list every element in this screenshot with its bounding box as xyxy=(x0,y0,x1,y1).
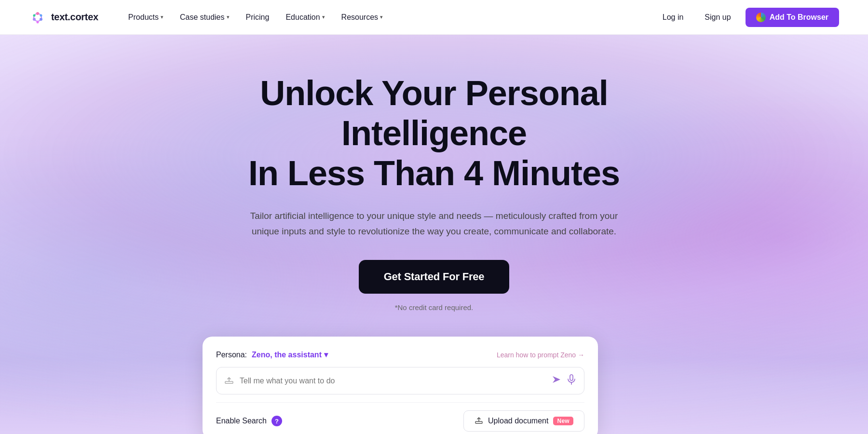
chevron-down-icon: ▾ xyxy=(227,14,230,20)
learn-prompt-link[interactable]: Learn how to prompt Zeno → xyxy=(497,351,584,359)
no-cc-text: *No credit card required. xyxy=(203,303,665,312)
nav-item-case-studies[interactable]: Case studies ▾ xyxy=(173,9,236,26)
svg-point-1 xyxy=(36,12,39,15)
logo-text: text.cortex xyxy=(51,12,98,23)
chevron-down-icon: ▾ xyxy=(322,14,325,20)
upload-doc-icon xyxy=(475,416,483,426)
svg-point-6 xyxy=(33,14,36,16)
svg-point-4 xyxy=(37,21,39,23)
login-button[interactable]: Log in xyxy=(656,9,691,26)
hero-section: Unlock Your Personal Intelligence In Les… xyxy=(0,35,868,434)
send-icon[interactable] xyxy=(551,374,562,387)
browser-icon xyxy=(756,13,766,22)
svg-rect-10 xyxy=(475,421,482,423)
hero-content: Unlock Your Personal Intelligence In Les… xyxy=(193,73,675,434)
upload-icon[interactable] xyxy=(224,375,234,387)
nav-links: Products ▾ Case studies ▾ Pricing Educat… xyxy=(122,9,656,26)
logo[interactable]: text.cortex xyxy=(29,9,98,26)
upload-document-button[interactable]: Upload document New xyxy=(463,410,584,432)
hero-title: Unlock Your Personal Intelligence In Les… xyxy=(203,73,665,193)
svg-point-5 xyxy=(40,14,42,16)
persona-selector[interactable]: Zeno, the assistant ▾ xyxy=(252,350,328,359)
chat-box: Persona: Zeno, the assistant ▾ Learn how… xyxy=(203,337,598,434)
svg-rect-7 xyxy=(225,381,233,383)
chevron-down-icon: ▾ xyxy=(324,350,328,359)
svg-point-3 xyxy=(33,18,36,21)
help-icon[interactable]: ? xyxy=(271,416,282,426)
get-started-button[interactable]: Get Started For Free xyxy=(359,260,510,294)
persona-label: Persona: xyxy=(216,351,247,359)
navbar: text.cortex Products ▾ Case studies ▾ Pr… xyxy=(0,0,868,35)
persona-row: Persona: Zeno, the assistant ▾ Learn how… xyxy=(216,350,584,359)
chevron-down-icon: ▾ xyxy=(380,14,383,20)
persona-left: Persona: Zeno, the assistant ▾ xyxy=(216,350,328,359)
enable-search-area: Enable Search ? xyxy=(216,416,282,426)
bottom-bar: Enable Search ? Upload document New xyxy=(216,402,584,434)
nav-item-products[interactable]: Products ▾ xyxy=(122,9,170,26)
new-badge: New xyxy=(553,417,573,425)
enable-search-label: Enable Search xyxy=(216,417,267,425)
input-actions xyxy=(551,374,576,387)
hero-subtitle: Tailor artificial intelligence to your u… xyxy=(236,208,632,239)
chat-input-area xyxy=(216,367,584,394)
nav-item-education[interactable]: Education ▾ xyxy=(279,9,331,26)
nav-right: Log in Sign up Add To Browser xyxy=(656,8,839,27)
microphone-icon[interactable] xyxy=(567,374,576,387)
add-to-browser-button[interactable]: Add To Browser xyxy=(746,8,839,27)
nav-item-pricing[interactable]: Pricing xyxy=(239,9,276,26)
nav-item-resources[interactable]: Resources ▾ xyxy=(335,9,390,26)
svg-rect-8 xyxy=(570,375,573,380)
signup-button[interactable]: Sign up xyxy=(698,9,737,26)
chat-input[interactable] xyxy=(240,377,545,385)
svg-point-2 xyxy=(40,18,42,21)
upload-doc-label: Upload document xyxy=(488,417,548,425)
chevron-down-icon: ▾ xyxy=(161,14,163,20)
